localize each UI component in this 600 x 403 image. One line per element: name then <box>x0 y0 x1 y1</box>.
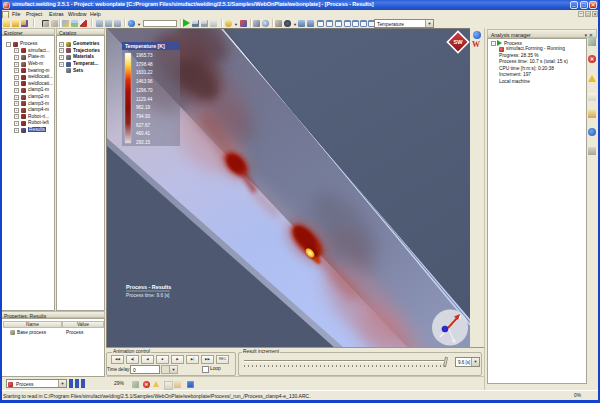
svg-text:293.15: 293.15 <box>136 140 150 145</box>
svg-text:SW: SW <box>453 39 463 45</box>
svg-text:1798.48: 1798.48 <box>136 62 153 67</box>
svg-text:Process time: 9.6 [s]: Process time: 9.6 [s] <box>126 293 169 298</box>
svg-text:460.41: 460.41 <box>136 131 150 136</box>
svg-text:1631.22: 1631.22 <box>136 70 153 75</box>
svg-text:1129.44: 1129.44 <box>136 97 153 102</box>
svg-text:1965.73: 1965.73 <box>136 53 153 58</box>
svg-text:1463.96: 1463.96 <box>136 79 153 84</box>
svg-text:962.19: 962.19 <box>136 105 150 110</box>
svg-text:1296.70: 1296.70 <box>136 88 153 93</box>
svg-text:794.93: 794.93 <box>136 114 150 119</box>
svg-text:627.67: 627.67 <box>136 123 150 128</box>
svg-text:Process - Results: Process - Results <box>126 284 171 290</box>
svg-text:Temperature [K]: Temperature [K] <box>125 43 165 49</box>
